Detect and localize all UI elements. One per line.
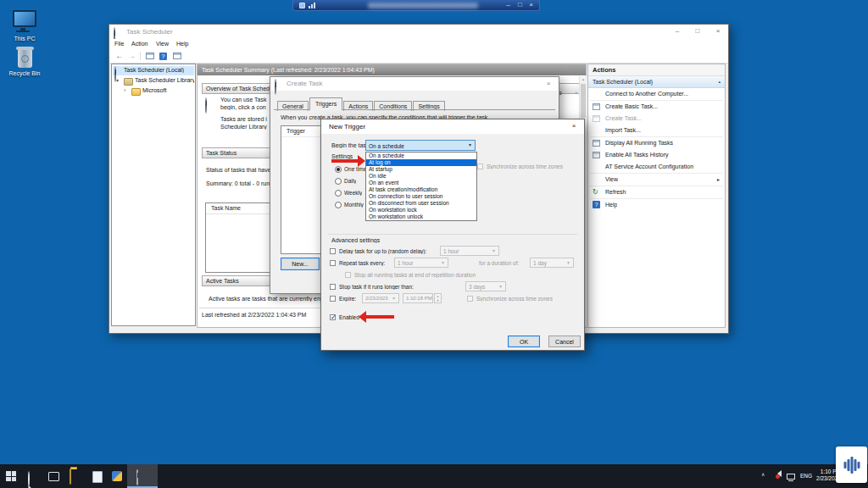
begin-task-combobox[interactable]: On a schedule ▾ (365, 140, 476, 151)
dropdown-option[interactable]: On a schedule (366, 152, 476, 159)
action-connect-to-another-computer[interactable]: Connect to Another Computer... (588, 88, 725, 100)
help-icon[interactable]: ? (159, 53, 167, 60)
delay-task-combobox[interactable]: 1 hour▾ (440, 246, 499, 256)
dropdown-option[interactable]: On idle (366, 173, 476, 180)
sync-timezones-checkbox[interactable] (477, 164, 483, 169)
action-at-service-account-configuration[interactable]: AT Service Account Configuration (588, 161, 725, 173)
action-help[interactable]: ? Help (588, 199, 725, 211)
new-trigger-button[interactable]: New... (281, 258, 320, 270)
stop-task-longer-checkbox[interactable] (330, 284, 336, 290)
window-title: Task Scheduler (126, 28, 173, 36)
connection-minimize-button[interactable]: – (503, 0, 514, 10)
duration-label: for a duration of: (479, 260, 519, 266)
dropdown-option-selected[interactable]: At log on (366, 159, 476, 166)
menu-action[interactable]: Action (131, 41, 147, 47)
dropdown-option[interactable]: On connection to user session (366, 193, 476, 200)
connection-close-button[interactable]: × (526, 0, 537, 10)
action-view[interactable]: View ▸ (588, 174, 725, 186)
radio-weekly[interactable] (335, 190, 342, 197)
taskbar-task-scheduler-active[interactable] (127, 464, 158, 488)
chevron-down-icon[interactable]: ▾ (465, 141, 475, 150)
radio-daily[interactable] (335, 178, 342, 185)
dropdown-option[interactable]: On an event (366, 180, 476, 186)
this-pc-icon (13, 10, 36, 27)
new-trigger-title-bar[interactable]: New Trigger × (321, 119, 584, 134)
create-task-dialog-icon (275, 79, 276, 95)
taskbar-file-explorer[interactable] (64, 464, 86, 488)
menu-file[interactable]: File (114, 41, 124, 47)
collapse-icon[interactable]: ▴ (575, 87, 577, 94)
expire-sync-timezones-checkbox[interactable] (467, 296, 473, 302)
action-refresh[interactable]: ↻ Refresh (588, 186, 725, 198)
window-maximize-button[interactable]: □ (687, 25, 708, 39)
action-enable-all-tasks-history[interactable]: Enable All Tasks History (588, 149, 725, 161)
connection-restore-button[interactable]: □ (515, 0, 526, 10)
back-icon[interactable]: ← (115, 51, 124, 61)
taskbar-app-document[interactable] (86, 464, 107, 488)
expire-checkbox[interactable] (330, 296, 336, 302)
tray-language-indicator[interactable]: ENG (800, 473, 812, 479)
tree-item-task-scheduler-library[interactable]: ▾ Task Scheduler Library (113, 76, 194, 86)
dropdown-option[interactable]: On workstation unlock (366, 214, 476, 220)
cancel-button[interactable]: Cancel (548, 336, 581, 347)
menu-view[interactable]: View (156, 41, 169, 47)
stop-all-tasks-checkbox[interactable] (345, 272, 351, 278)
desktop-icon-this-pc[interactable]: This PC (0, 10, 49, 42)
action-create-basic-task[interactable]: Create Basic Task... (588, 101, 725, 113)
collapse-icon[interactable]: ▴ (718, 76, 721, 87)
taskbar-search-button[interactable] (22, 464, 42, 488)
new-trigger-close-button[interactable]: × (564, 119, 584, 134)
summary-header: Task Scheduler Summary (Last refreshed: … (198, 64, 586, 75)
tree-item-task-scheduler-local[interactable]: Task Scheduler (Local) (113, 66, 194, 75)
radio-monthly[interactable] (335, 202, 342, 208)
actions-panel-header: Actions (588, 64, 725, 76)
title-bar[interactable]: Task Scheduler – □ × (109, 25, 728, 39)
menu-help[interactable]: Help (176, 41, 188, 47)
forward-icon[interactable]: → (127, 51, 136, 61)
tree-expand-icon[interactable]: ▾ (116, 77, 119, 83)
action-create-task[interactable]: Create Task... (588, 113, 725, 125)
scroll-thumb[interactable] (581, 84, 586, 118)
expire-time-field[interactable]: 1:10:18 PM (403, 293, 433, 303)
expire-date-picker[interactable]: 2/23/2023▾ (362, 293, 399, 303)
brand-logo-icon (843, 457, 860, 474)
tray-chevron-up-icon[interactable]: ∧ (761, 471, 765, 477)
radio-one-time[interactable] (335, 166, 342, 173)
action-import-task[interactable]: Import Task... (588, 125, 725, 136)
ok-button[interactable]: OK (508, 336, 540, 347)
task-view-button[interactable] (42, 464, 64, 488)
dropdown-option[interactable]: On workstation lock (366, 207, 476, 214)
console-pane-icon[interactable] (173, 53, 181, 59)
delay-task-checkbox[interactable] (330, 248, 336, 254)
duration-combobox[interactable]: 1 day▾ (530, 258, 574, 268)
action-display-all-running-tasks[interactable]: Display All Running Tasks (588, 137, 725, 149)
check-icon: ✓ (331, 313, 337, 321)
window-close-button[interactable]: × (708, 25, 728, 39)
enabled-checkbox[interactable]: ✓ (330, 314, 336, 320)
start-button[interactable] (0, 464, 22, 488)
dropdown-option[interactable]: On disconnect from user session (366, 200, 476, 207)
tab-triggers[interactable]: Triggers (309, 97, 342, 110)
time-spinner[interactable]: ▴ ▾ (434, 293, 442, 303)
create-task-title-bar[interactable]: Create Task × (270, 77, 559, 91)
dropdown-option[interactable]: At startup (366, 166, 476, 173)
desktop-icon-recycle-bin[interactable]: Recycle Bin (0, 49, 49, 76)
window-minimize-button[interactable]: – (667, 25, 687, 39)
dropdown-option[interactable]: At task creation/modification (366, 186, 476, 193)
repeat-task-checkbox[interactable] (330, 260, 336, 266)
scroll-up-icon[interactable]: ▴ (580, 76, 587, 82)
desktop-screen: – □ × This PC Recycle Bin Task Scheduler… (0, 0, 868, 488)
tree-collapsed-icon[interactable]: › (124, 87, 125, 93)
tray-network-icon[interactable] (787, 472, 795, 480)
tree-item-microsoft[interactable]: › Microsoft (113, 86, 194, 96)
console-window-icon[interactable] (146, 53, 154, 59)
actions-group-header[interactable]: Task Scheduler (Local) ▴ (588, 76, 725, 88)
taskbar-app-color[interactable] (107, 464, 127, 488)
search-icon (28, 471, 30, 487)
repeat-interval-combobox[interactable]: 1 hour▾ (394, 258, 448, 268)
connection-bar[interactable]: – □ × (292, 0, 540, 11)
stop-task-duration-combobox[interactable]: 3 days▾ (465, 281, 506, 291)
spin-down-icon[interactable]: ▾ (435, 298, 441, 302)
begin-task-dropdown-list: On a schedule At log on At startup On id… (365, 152, 477, 221)
create-task-close-button[interactable]: × (538, 77, 559, 91)
